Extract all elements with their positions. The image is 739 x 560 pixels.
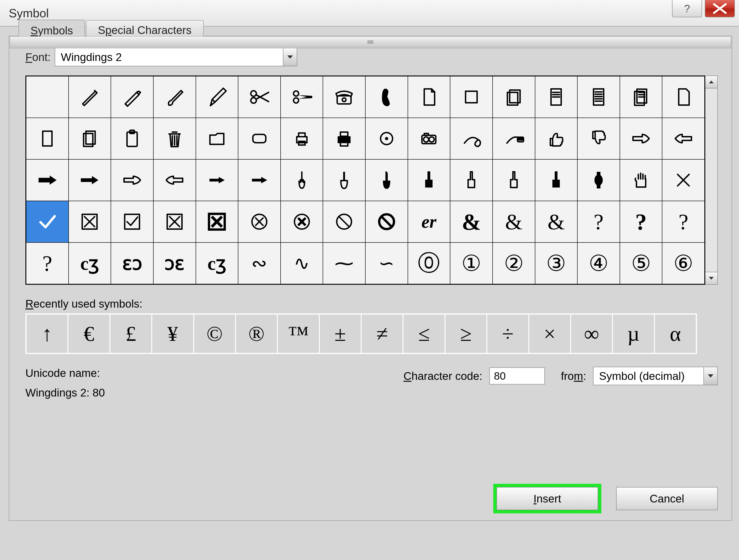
recent-symbol[interactable]: € [68, 314, 110, 353]
from-select[interactable]: Symbol (decimal) [593, 367, 718, 385]
scroll-up-button[interactable] [705, 76, 717, 89]
symbol-cell-point-right-outline[interactable] [620, 118, 662, 159]
symbol-cell-three[interactable]: ③ [535, 243, 578, 284]
symbol-cell-point-right-small[interactable] [196, 159, 238, 201]
scroll-thumb[interactable] [10, 36, 731, 48]
symbol-cell-finger-up-black2[interactable] [535, 159, 578, 201]
symbol-cell-x-box2[interactable] [153, 201, 196, 243]
symbol-cell-check-box[interactable] [111, 201, 153, 243]
symbol-cell-printer-small[interactable] [281, 118, 323, 159]
symbol-cell-handset[interactable] [365, 76, 408, 118]
recent-symbol[interactable]: ™ [277, 314, 319, 353]
recent-symbol[interactable]: ≥ [445, 314, 487, 353]
symbol-cell-thumb-down[interactable] [577, 118, 620, 159]
symbol-cell-flourish5[interactable]: ∾ [238, 243, 281, 284]
symbol-cell-er[interactable]: er [408, 201, 450, 243]
symbol-cell-no-entry[interactable] [323, 201, 365, 243]
symbol-cell-four[interactable]: ④ [577, 243, 620, 284]
recent-symbol[interactable]: ≤ [403, 314, 445, 353]
symbol-cell-square[interactable] [450, 76, 492, 118]
symbol-cell-x-box[interactable] [68, 201, 111, 243]
insert-button[interactable]: Insert [496, 487, 598, 510]
symbol-cell-question[interactable]: ? [577, 201, 620, 243]
symbol-cell-x-circle2[interactable] [281, 201, 323, 243]
symbol-cell-doc[interactable] [535, 76, 578, 118]
character-code-input[interactable]: 80 [489, 368, 545, 385]
symbol-cell-thumb-up[interactable] [535, 118, 578, 159]
symbol-cell-watch[interactable] [577, 159, 620, 201]
recent-symbol[interactable]: × [529, 314, 571, 353]
recent-symbol[interactable]: © [194, 314, 236, 353]
symbol-cell-page-blank[interactable] [26, 118, 68, 159]
symbol-cell-ampersand-italic[interactable]: & [535, 201, 578, 243]
symbol-cell-zero[interactable]: ⓪ [408, 243, 450, 284]
symbol-cell-flourish8[interactable]: ∽ [365, 243, 408, 284]
symbol-cell-pencil[interactable] [196, 76, 238, 118]
recent-symbol[interactable]: ∞ [571, 314, 612, 353]
symbol-cell-no-entry2[interactable] [365, 201, 408, 243]
scroll-down-button[interactable] [705, 272, 717, 284]
symbol-cell-question-serif[interactable]: ? [662, 201, 705, 243]
symbol-cell-camera[interactable] [408, 118, 450, 159]
cancel-button[interactable]: Cancel [616, 487, 718, 510]
symbol-cell-rounded-rect[interactable] [238, 118, 281, 159]
symbol-cell-point-right-outline2[interactable] [111, 159, 153, 201]
symbol-cell-fountain-pen[interactable] [111, 76, 153, 118]
symbol-cell-finger-up-1[interactable] [281, 159, 323, 201]
symbol-cell-pages[interactable] [492, 76, 535, 118]
symbol-cell-clipboard[interactable] [111, 118, 153, 159]
symbol-cell-two[interactable]: ② [492, 243, 535, 284]
recent-symbol[interactable]: ¥ [152, 314, 193, 353]
recent-symbol[interactable]: ÷ [487, 314, 529, 353]
symbol-cell-finger-up-outline[interactable] [450, 159, 492, 201]
symbol-cell-x-circle[interactable] [238, 201, 281, 243]
symbol-cell-printer[interactable] [323, 118, 365, 159]
symbol-cell-ampersand-outline[interactable]: & [492, 201, 535, 243]
symbol-cell-six[interactable]: ⑥ [662, 243, 705, 284]
help-button[interactable]: ? [672, 0, 702, 17]
symbol-cell-question-bold[interactable]: ? [620, 201, 662, 243]
symbol-cell-finger-up-black[interactable] [408, 159, 450, 201]
chevron-down-icon[interactable] [704, 367, 717, 385]
symbol-cell-x-box-bold[interactable] [196, 201, 238, 243]
symbol-cell-page2[interactable] [662, 76, 705, 118]
symbol-cell-pages2[interactable] [68, 118, 111, 159]
symbol-cell-finger-up-2[interactable] [323, 159, 365, 201]
close-button[interactable] [705, 0, 735, 17]
symbol-cell-flourish2[interactable]: ɛɔ [111, 243, 153, 284]
symbol-cell-mouse[interactable] [450, 118, 492, 159]
symbol-cell-check[interactable] [26, 201, 68, 243]
symbol-cell-page[interactable] [408, 76, 450, 118]
symbol-cell-trash[interactable] [153, 118, 196, 159]
recent-symbol[interactable]: ↑ [26, 314, 68, 353]
symbol-cell-ampersand-bold[interactable]: & [450, 201, 492, 243]
symbol-cell-flourish6[interactable]: ∿ [281, 243, 323, 284]
symbol-cell-target[interactable] [365, 118, 408, 159]
symbol-cell-five[interactable]: ⑤ [620, 243, 662, 284]
recent-symbol[interactable]: ± [319, 314, 361, 353]
symbol-cell-point-right-black[interactable] [26, 159, 68, 201]
symbol-cell-question-heavy[interactable]: ? [26, 243, 68, 284]
symbol-cell-telephone[interactable] [323, 76, 365, 118]
symbol-cell-scissors-cut[interactable] [281, 76, 323, 118]
symbol-cell-point-left-outline[interactable] [662, 118, 705, 159]
symbol-cell-point-right-black2[interactable] [68, 159, 111, 201]
scroll-track[interactable] [705, 89, 717, 272]
symbol-cell-finger-up-outline2[interactable] [492, 159, 535, 201]
symbol-cell-point-right-small2[interactable] [238, 159, 281, 201]
symbol-cell-brush[interactable] [153, 76, 196, 118]
symbol-cell-docs[interactable] [620, 76, 662, 118]
symbol-cell-flourish3[interactable]: ɔɛ [153, 243, 196, 284]
symbol-cell-scissors-open[interactable] [238, 76, 281, 118]
recent-symbol[interactable]: ® [236, 314, 277, 353]
font-select[interactable]: Wingdings 2 [55, 48, 297, 66]
symbol-cell-x-thin[interactable] [662, 159, 705, 201]
symbol-cell-doc-lines[interactable] [577, 76, 620, 118]
symbol-cell-pen[interactable] [68, 76, 111, 118]
recent-symbol[interactable]: ≠ [361, 314, 403, 353]
symbol-cell-hand[interactable] [620, 159, 662, 201]
symbol-cell-blank[interactable] [26, 76, 68, 118]
symbol-cell-folder[interactable] [196, 118, 238, 159]
grid-scrollbar[interactable] [705, 76, 718, 285]
chevron-down-icon[interactable] [283, 48, 297, 66]
